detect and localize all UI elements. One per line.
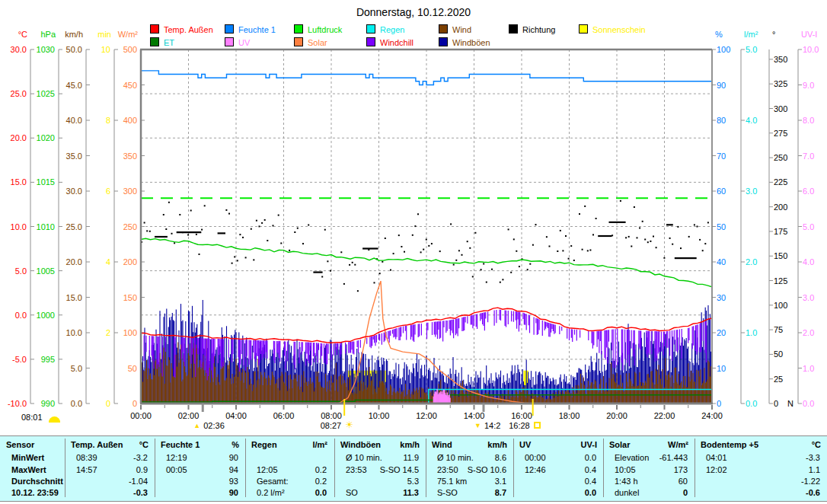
cell-value: 3.1: [495, 477, 507, 486]
axis-tick-label: 1000: [28, 311, 55, 320]
axis-tick-label: 40: [717, 257, 746, 266]
x-tick-label: 08:00: [315, 411, 348, 420]
axis-tick-label: 3.0: [803, 293, 827, 302]
cell-value: 0: [683, 488, 688, 497]
windb-en-swatch-icon: [439, 37, 448, 46]
astro-label-sunset: 16:28: [497, 421, 530, 430]
cell-value: 11.3: [403, 488, 420, 497]
axis-unit-hpa: hPa: [25, 30, 56, 39]
axis-unit-w-m: W/m²: [107, 30, 138, 39]
x-tick-label: 24:00: [695, 411, 729, 420]
axis-tick-label: 2.0: [803, 328, 827, 337]
wind-swatch-icon: [439, 24, 448, 33]
cell-value: S-SO 14.5: [380, 465, 420, 474]
axis-tick-label: 3.0: [746, 187, 774, 196]
table-row: 08:39-3.2: [71, 453, 148, 462]
astro-label-sunrise: 08:27: [308, 421, 341, 430]
cell-value: 0.2: [315, 477, 327, 486]
axis-tick-label: 350: [110, 152, 137, 161]
axis-tick-label: 0.0: [0, 311, 27, 320]
axis-tick-label: 15.0: [56, 293, 82, 302]
cell-label: Elevation: [609, 453, 649, 462]
axis-tick-label: 0.0: [746, 399, 774, 408]
cell-value: 94: [229, 465, 239, 474]
table-row: Ø 10 min.8.6: [432, 453, 507, 462]
table-row: 1:43 h60: [609, 477, 688, 486]
cell-value: 0.9: [136, 465, 148, 474]
cell-value: -3.3: [806, 453, 821, 462]
sunset-icon: [534, 422, 541, 429]
table-row: 12:460.4: [519, 465, 597, 474]
table-row: S-SO8.7: [432, 488, 507, 497]
axis-tick-label: 2: [84, 328, 110, 337]
legend-label: Windchill: [380, 38, 414, 47]
axis-tick-label: 500: [110, 45, 137, 54]
axis-tick-label: 0: [84, 399, 110, 408]
x-tick-label: 02:00: [172, 411, 206, 420]
cell-label: 00:05: [161, 465, 187, 474]
table-row: 12:021.1: [701, 465, 821, 474]
cell-label: 23:53: [340, 465, 367, 474]
arrow-up-icon: ▲: [193, 421, 200, 430]
axis-tick-label: 450: [110, 81, 137, 90]
cell-value: 60: [679, 477, 688, 486]
axis-tick-label: 45.0: [56, 81, 82, 90]
legend-label: Temp. Außen: [164, 25, 213, 34]
axis-tick-label: 990: [28, 399, 55, 408]
cell-label: 10.12. 23:59: [6, 488, 59, 497]
cell-value: 11.9: [403, 453, 420, 462]
axis-tick-label: 995: [28, 355, 55, 364]
cell-label: MinWert: [6, 453, 44, 462]
table-row: 04:01-3.3: [701, 453, 821, 462]
axis-tick-label: 25.0: [56, 222, 82, 231]
table-row: dunkel0: [609, 488, 688, 497]
table-row: 14:570.9: [71, 465, 148, 474]
x-tick-label: 18:00: [553, 411, 586, 420]
column-title: Sensor: [6, 440, 34, 449]
luftdruck-swatch-icon: [294, 24, 303, 33]
moon-time: 08:01: [21, 413, 43, 422]
cell-label: [161, 477, 166, 486]
axis-unit-min: min: [81, 30, 111, 39]
table-row: 12:1990: [161, 453, 239, 462]
column-title: Temp. Außen: [71, 440, 123, 449]
cell-label: 0.2 l/m²: [251, 488, 285, 497]
cell-value: 8.7: [495, 488, 507, 497]
axis-tick-label: 325: [774, 79, 803, 88]
regen-swatch-icon: [366, 24, 375, 33]
legend-label: Luftdruck: [308, 25, 342, 34]
axis-tick-label: 50: [774, 349, 803, 359]
table-row: 10:05173: [609, 465, 688, 474]
cell-label: 14:57: [71, 465, 97, 474]
column-title: Regen: [251, 440, 277, 449]
table-separator: [426, 439, 426, 497]
cell-value: 1.1: [809, 465, 821, 474]
table-row: 00:0594: [161, 465, 239, 474]
table-row: 10.12. 23:59: [6, 488, 65, 497]
axis-tick-label: 1010: [28, 222, 55, 231]
series-richtung: [141, 200, 709, 292]
x-tick-label: 20:00: [600, 411, 634, 420]
axis-tick-label: 200: [774, 203, 803, 212]
axis-tick-label: -10.0: [0, 399, 27, 408]
axis-tick-label: 1020: [28, 133, 55, 142]
richtung-swatch-icon: [509, 24, 518, 33]
cell-value: -3.2: [133, 453, 148, 462]
axis-tick-label: 15.0: [0, 177, 27, 187]
column-header: SolarW/m²: [609, 440, 688, 449]
x-tick-label: 00:00: [124, 411, 158, 420]
axis-tick-label: 100: [774, 301, 803, 310]
cell-label: [701, 477, 706, 486]
cell-label: [701, 488, 706, 497]
table-separator: [694, 439, 695, 497]
plot-area: [0, 0, 827, 504]
axis-tick-label: 200: [110, 257, 137, 266]
cell-label: S-SO: [432, 488, 458, 497]
x-tick-label: 22:00: [648, 411, 682, 420]
axis-tick-label: 35.0: [56, 152, 82, 161]
axis-tick-label: 10: [84, 45, 110, 54]
cell-label: 04:01: [701, 453, 727, 462]
axis-tick-label: 40.0: [56, 116, 82, 125]
axis-tick-label: 10.0: [56, 328, 82, 337]
cell-label: [519, 477, 525, 486]
